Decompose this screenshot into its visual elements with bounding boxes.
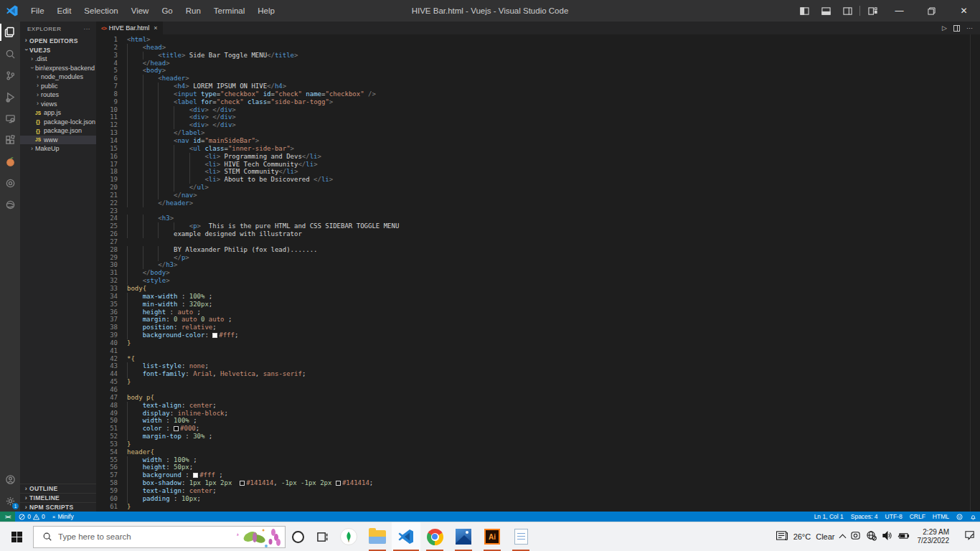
minimize-button[interactable]: —: [883, 0, 915, 22]
weather-condition[interactable]: Clear: [816, 532, 834, 541]
color-swatch: [212, 333, 217, 338]
run-file-icon[interactable]: ▷: [942, 24, 947, 32]
tab-hive-bar-html[interactable]: <> HIVE Bar.html ×: [96, 22, 163, 34]
extension-sphere-icon[interactable]: [0, 194, 20, 215]
action-center-icon[interactable]: [964, 529, 976, 544]
menu-terminal[interactable]: Terminal: [207, 0, 251, 22]
tree-item-package-lock-json[interactable]: {}package-lock.json: [20, 118, 96, 127]
menu-help[interactable]: Help: [251, 0, 281, 22]
tree-item-makeup[interactable]: ›MakeUp: [20, 144, 96, 154]
taskbar-search[interactable]: [33, 526, 286, 548]
close-button[interactable]: ✕: [948, 0, 980, 22]
taskbar-app-chrome[interactable]: [420, 522, 449, 551]
run-and-debug-icon[interactable]: [0, 86, 20, 108]
taskbar-app-notepad[interactable]: [507, 522, 535, 551]
tab-close-icon[interactable]: ×: [154, 24, 157, 32]
activity-bar: 1: [0, 22, 20, 512]
encoding[interactable]: UTF-8: [882, 513, 906, 520]
indentation[interactable]: Spaces: 4: [847, 513, 882, 520]
extension-circle-icon[interactable]: [0, 172, 20, 194]
code-line-20: 20 </ul>: [96, 184, 970, 192]
account-icon[interactable]: [0, 468, 20, 490]
minimap-scrollbar[interactable]: [970, 34, 980, 512]
battery-charging-icon[interactable]: [897, 530, 910, 543]
feedback-icon[interactable]: [953, 514, 966, 520]
taskbar-app-illustrator[interactable]: Ai: [478, 522, 507, 551]
minify-status[interactable]: × Minify: [49, 512, 77, 522]
toggle-primary-sidebar-icon[interactable]: [793, 0, 815, 22]
taskbar-app-photos[interactable]: [449, 522, 478, 551]
clock[interactable]: 2:29 AM 7/23/2022: [915, 528, 953, 545]
menu-selection[interactable]: Selection: [77, 0, 124, 22]
menu-run[interactable]: Run: [179, 0, 207, 22]
code-line-50: 50 width : 100% ;: [96, 417, 970, 425]
code-area[interactable]: 1<html>2 <head>3 <title> Side Bar Toggle…: [96, 34, 970, 512]
weather-temp[interactable]: 26°C: [793, 532, 811, 541]
taskbar-app-file-explorer[interactable]: [363, 522, 392, 551]
tree-item-views[interactable]: ›views: [20, 100, 96, 109]
tree-item-public[interactable]: ›public: [20, 82, 96, 91]
menu-view[interactable]: View: [125, 0, 156, 22]
extension-orange-icon[interactable]: [0, 151, 20, 172]
meet-now-icon[interactable]: [850, 530, 861, 544]
notifications-bell-icon[interactable]: [966, 514, 980, 520]
code-line-24: 24 <h3>: [96, 215, 970, 222]
code-line-51: 51 color : #000;: [96, 425, 970, 433]
problems-indicator[interactable]: 0 0: [15, 512, 48, 522]
task-view-icon[interactable]: [310, 522, 334, 551]
show-hidden-icons-chevron[interactable]: [839, 534, 846, 542]
toggle-secondary-sidebar-icon[interactable]: [837, 0, 858, 22]
customize-layout-icon[interactable]: [862, 0, 883, 22]
remote-indicator[interactable]: ><: [0, 512, 15, 522]
language-mode[interactable]: HTML: [929, 513, 953, 520]
split-editor-icon[interactable]: [953, 25, 960, 32]
section-npm-scripts[interactable]: ›NPM SCRIPTS: [20, 502, 96, 512]
taskbar-app-mongodb[interactable]: [334, 522, 363, 551]
workspace-section[interactable]: › VUEJS: [20, 45, 96, 55]
menu-go[interactable]: Go: [155, 0, 179, 22]
menu-file[interactable]: File: [24, 0, 51, 22]
tree-item-package-json[interactable]: {}package.json: [20, 126, 96, 136]
code-line-46: 46: [96, 386, 970, 394]
code-line-37: 37 margin: 0 auto 0 auto ;: [96, 316, 970, 324]
search-icon[interactable]: [0, 43, 20, 65]
code-line-7: 7 <h4> LOREM IPSUM ON HIVE</h4>: [96, 83, 970, 90]
remote-explorer-icon[interactable]: [0, 108, 20, 129]
code-line-47: 47body p{: [96, 394, 970, 402]
eol-sequence[interactable]: CRLF: [906, 513, 929, 520]
code-line-35: 35 min-width : 320px;: [96, 301, 970, 309]
open-editors-section[interactable]: › OPEN EDITORS: [20, 36, 96, 45]
code-line-25: 25 <p> This is the pure HTML and CSS SID…: [96, 222, 970, 230]
tree-item-routes[interactable]: ›routes: [20, 90, 96, 100]
editor-more-actions-icon[interactable]: ···: [966, 24, 973, 32]
tree-item-app-js[interactable]: JSapp.js: [20, 108, 96, 118]
settings-gear-icon[interactable]: 1: [0, 490, 20, 512]
explorer-more-icon[interactable]: ···: [84, 26, 91, 32]
warning-count: 0: [42, 513, 45, 520]
tree-item-www[interactable]: JSwww: [20, 136, 96, 145]
code-line-42: 42*{: [96, 355, 970, 363]
tree-item--dist[interactable]: ›.dist: [20, 55, 96, 64]
tree-item-bin-express-backend[interactable]: ›bin\express-backend: [20, 64, 96, 73]
start-button[interactable]: [0, 522, 33, 551]
extensions-icon[interactable]: [0, 129, 20, 151]
code-line-45: 45}: [96, 378, 970, 386]
section-outline[interactable]: ›OUTLINE: [20, 484, 96, 493]
menu-edit[interactable]: Edit: [51, 0, 78, 22]
taskbar-app-vscode[interactable]: [392, 522, 420, 551]
restore-button[interactable]: [915, 0, 948, 22]
cortana-icon[interactable]: [286, 522, 310, 551]
clock-date: 7/23/2022: [918, 537, 950, 545]
explorer-icon[interactable]: [0, 22, 20, 43]
tree-item-node-modules[interactable]: ›node_modules: [20, 72, 96, 82]
volume-icon[interactable]: [882, 530, 892, 544]
toggle-panel-icon[interactable]: [815, 0, 837, 22]
cursor-position[interactable]: Ln 1, Col 1: [811, 513, 847, 520]
source-control-icon[interactable]: [0, 65, 20, 86]
explorer-title: EXPLORER: [27, 26, 62, 32]
code-line-53: 53}: [96, 441, 970, 448]
code-line-49: 49 display: inline-block;: [96, 410, 970, 418]
section-timeline[interactable]: ›TIMELINE: [20, 493, 96, 502]
network-offline-icon[interactable]: [866, 530, 877, 544]
news-widget-icon[interactable]: [776, 530, 788, 544]
